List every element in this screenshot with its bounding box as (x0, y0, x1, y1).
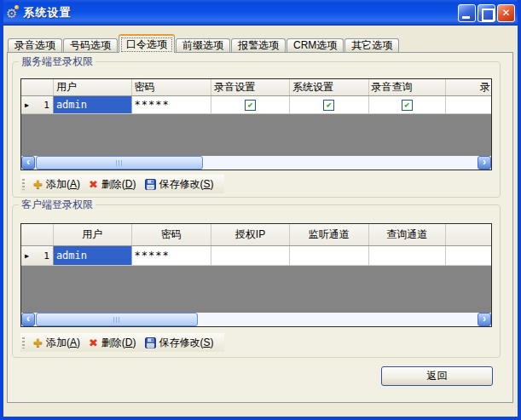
header-cell-auth-ip[interactable]: 授权IP (211, 224, 290, 245)
header-cell-selector[interactable] (21, 79, 54, 95)
tab-crm-options[interactable]: CRM选项 (287, 38, 344, 52)
cell-query-channel[interactable] (369, 246, 447, 265)
add-button[interactable]: ✚ 添加(A) (30, 176, 84, 193)
cell-empty (446, 246, 491, 265)
current-row-arrow-icon: ▶ (25, 101, 29, 109)
tab-prefix-options[interactable]: 前缀选项 (176, 38, 230, 52)
header-cell-monitor-channel[interactable]: 监听通道 (290, 224, 369, 245)
cell-user[interactable]: admin (54, 96, 132, 113)
cell-recording-setting: ✔ (211, 96, 290, 113)
client-grid-hscrollbar[interactable]: ‹ › (21, 313, 491, 326)
tab-alarm-options[interactable]: 报警选项 (231, 38, 286, 52)
tab-number-options[interactable]: 号码选项 (63, 38, 118, 52)
client-grid-header: 用户 密码 授权IP 监听通道 查询通道 (21, 224, 491, 246)
header-cell-recording-setting[interactable]: 录音设置 (211, 79, 290, 95)
client-grid-toolbar: ✚ 添加(A) ✖ 删除(D) (20, 333, 224, 352)
maximize-button[interactable] (478, 4, 495, 22)
grid-empty-area (21, 266, 491, 313)
server-grid-header: 用户 密码 录音设置 系统设置 录音查询 录 (21, 79, 491, 96)
header-cell-system-setting[interactable]: 系统设置 (290, 79, 369, 95)
cell-password[interactable]: ***** (132, 96, 212, 113)
cell-auth-ip[interactable] (211, 246, 290, 265)
scroll-left-icon[interactable]: ‹ (21, 156, 35, 170)
server-login-group-title: 服务端登录权限 (19, 55, 96, 67)
client-grid-row: ▶ 1 admin ***** (21, 246, 491, 266)
delete-x-icon: ✖ (89, 179, 98, 190)
titlebar[interactable]: ⚙ 系统设置 ✕ (0, 0, 521, 26)
client-login-grid: 用户 密码 授权IP 监听通道 查询通道 ▶ 1 admin ***** (20, 223, 492, 327)
row-index: 1 (43, 100, 49, 111)
delete-button[interactable]: ✖ 删除(D) (85, 176, 140, 193)
current-row-arrow-icon: ▶ (25, 252, 29, 260)
header-cell-clipped[interactable]: 录 (446, 79, 491, 95)
save-floppy-icon (145, 179, 156, 190)
server-login-grid: 用户 密码 录音设置 系统设置 录音查询 录 ▶ 1 admin ***** (20, 78, 492, 170)
cell-monitor-channel[interactable] (290, 246, 369, 265)
cell-password[interactable]: ***** (132, 246, 212, 265)
add-plus-icon: ✚ (33, 337, 43, 348)
header-cell-recording-query[interactable]: 录音查询 (369, 79, 447, 95)
header-cell-selector[interactable] (21, 224, 54, 245)
tab-bar: 录音选项 号码选项 口令选项 前缀选项 报警选项 CRM选项 其它选项 (8, 34, 399, 53)
dialog-client-area: 录音选项 号码选项 口令选项 前缀选项 报警选项 CRM选项 其它选项 服务端登… (3, 26, 518, 417)
tab-recording-options[interactable]: 录音选项 (8, 38, 62, 52)
row-selector[interactable]: ▶ 1 (21, 96, 54, 113)
grid-empty-area (21, 114, 491, 156)
save-floppy-icon (145, 337, 156, 348)
scroll-thumb[interactable] (36, 313, 198, 326)
tab-password-options[interactable]: 口令选项 (119, 34, 175, 53)
header-cell-user[interactable]: 用户 (54, 224, 132, 245)
window-title: 系统设置 (23, 5, 71, 20)
recording-query-checkbox-checked[interactable]: ✔ (402, 100, 413, 111)
header-cell-password[interactable]: 密码 (132, 79, 212, 95)
delete-x-icon: ✖ (89, 337, 98, 348)
save-button[interactable]: 保存修改(S) (142, 176, 217, 193)
return-button[interactable]: 返回 (381, 366, 493, 386)
add-button[interactable]: ✚ 添加(A) (30, 335, 84, 351)
server-grid-hscrollbar[interactable]: ‹ › (21, 156, 491, 170)
save-button[interactable]: 保存修改(S) (142, 335, 217, 351)
scroll-left-icon[interactable]: ‹ (21, 313, 35, 326)
toolbar-grip[interactable] (22, 337, 25, 348)
system-setting-checkbox-checked[interactable]: ✔ (323, 100, 334, 111)
header-cell-password[interactable]: 密码 (132, 224, 212, 245)
client-login-group-title: 客户端登录权限 (19, 198, 96, 210)
row-selector[interactable]: ▶ 1 (21, 246, 54, 265)
settings-window: ⚙ 系统设置 ✕ 录音选项 号码选项 口令选项 前缀选项 报警选项 CRM选项 … (0, 0, 521, 420)
minimize-button[interactable] (458, 4, 476, 22)
cell-clipped (446, 96, 491, 113)
row-index: 1 (43, 250, 49, 262)
window-controls: ✕ (458, 4, 515, 22)
tab-other-options[interactable]: 其它选项 (344, 38, 399, 52)
add-plus-icon: ✚ (33, 179, 43, 190)
delete-button[interactable]: ✖ 删除(D) (85, 335, 140, 351)
header-cell-empty[interactable] (446, 224, 491, 245)
scroll-right-icon[interactable]: › (478, 156, 491, 170)
recording-setting-checkbox-checked[interactable]: ✔ (245, 100, 256, 111)
server-login-groupbox: 服务端登录权限 用户 密码 录音设置 系统设置 录音查询 录 ▶ (12, 61, 501, 198)
close-button[interactable]: ✕ (497, 4, 515, 22)
tab-page-password-options: 服务端登录权限 用户 密码 录音设置 系统设置 录音查询 录 ▶ (7, 52, 513, 403)
header-cell-user[interactable]: 用户 (54, 79, 132, 95)
gear-app-icon: ⚙ (6, 7, 17, 20)
scroll-thumb[interactable] (36, 156, 203, 170)
toolbar-grip[interactable] (22, 179, 25, 190)
client-login-groupbox: 客户端登录权限 用户 密码 授权IP 监听通道 查询通道 ▶ (12, 204, 501, 358)
header-cell-query-channel[interactable]: 查询通道 (369, 224, 447, 245)
server-grid-toolbar: ✚ 添加(A) ✖ 删除(D) (20, 175, 224, 193)
server-grid-row: ▶ 1 admin ***** ✔ ✔ ✔ (21, 96, 491, 114)
cell-user[interactable]: admin (54, 246, 132, 265)
cell-system-setting: ✔ (290, 96, 369, 113)
cell-recording-query: ✔ (369, 96, 447, 113)
scroll-right-icon[interactable]: › (478, 313, 491, 326)
